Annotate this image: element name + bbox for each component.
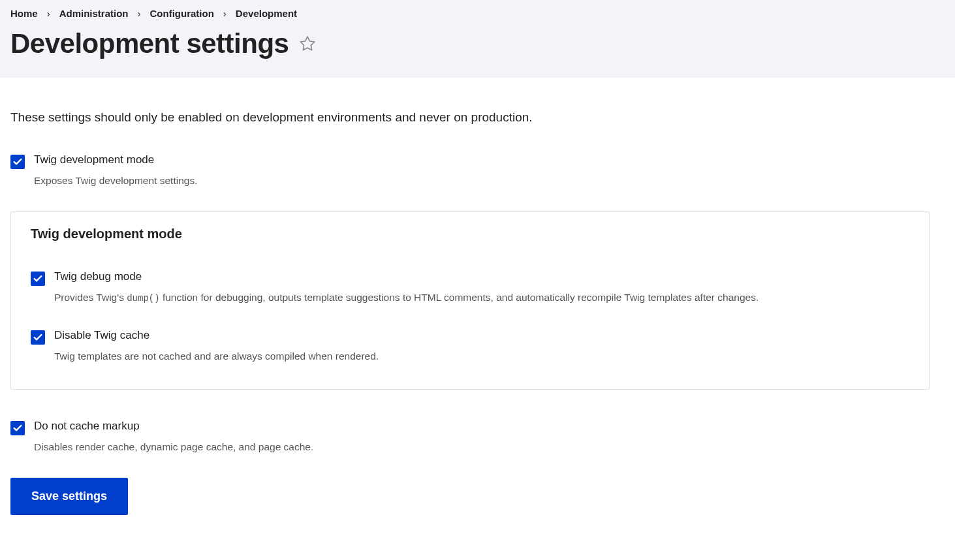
breadcrumb: Home › Administration › Configuration › … [10, 5, 945, 22]
checkbox-twig-dev-mode[interactable] [10, 155, 25, 169]
intro-text: These settings should only be enabled on… [10, 110, 930, 125]
description-twig-dev-mode: Exposes Twig development settings. [34, 173, 930, 188]
breadcrumb-item-development[interactable]: Development [236, 8, 297, 19]
check-icon [12, 423, 23, 433]
form-item-content: Twig development mode Exposes Twig devel… [34, 153, 930, 188]
save-button[interactable]: Save settings [10, 478, 128, 515]
label-do-not-cache-markup[interactable]: Do not cache markup [34, 420, 930, 433]
fieldset-legend: Twig development mode [31, 226, 909, 241]
chevron-right-icon: › [138, 8, 141, 19]
form-item-content: Twig debug mode Provides Twig's dump() f… [54, 270, 909, 305]
check-icon [33, 273, 43, 284]
breadcrumb-item-home[interactable]: Home [10, 8, 38, 19]
check-icon [33, 332, 43, 343]
svg-marker-0 [301, 37, 315, 50]
form-item-do-not-cache-markup: Do not cache markup Disables render cach… [10, 420, 930, 454]
form-item-twig-debug: Twig debug mode Provides Twig's dump() f… [31, 270, 909, 305]
fieldset-twig-dev-mode: Twig development mode Twig debug mode Pr… [10, 211, 930, 389]
check-icon [12, 157, 23, 167]
star-icon[interactable] [299, 35, 316, 52]
label-twig-dev-mode[interactable]: Twig development mode [34, 153, 930, 166]
content: These settings should only be enabled on… [0, 78, 940, 535]
label-disable-twig-cache[interactable]: Disable Twig cache [54, 329, 909, 342]
chevron-right-icon: › [47, 8, 50, 19]
checkbox-twig-debug[interactable] [31, 272, 45, 286]
form-item-twig-dev-mode: Twig development mode Exposes Twig devel… [10, 153, 930, 188]
breadcrumb-item-configuration[interactable]: Configuration [150, 8, 214, 19]
page-title-row: Development settings [10, 28, 945, 59]
breadcrumb-item-administration[interactable]: Administration [59, 8, 129, 19]
checkbox-do-not-cache-markup[interactable] [10, 421, 25, 435]
description-do-not-cache-markup: Disables render cache, dynamic page cach… [34, 439, 930, 454]
label-twig-debug[interactable]: Twig debug mode [54, 270, 909, 283]
description-disable-twig-cache: Twig templates are not cached and are al… [54, 349, 909, 364]
form-item-disable-twig-cache: Disable Twig cache Twig templates are no… [31, 329, 909, 364]
description-twig-debug: Provides Twig's dump() function for debu… [54, 290, 909, 305]
code-dump: dump() [127, 293, 159, 303]
checkbox-disable-twig-cache[interactable] [31, 330, 45, 345]
page-title: Development settings [10, 28, 289, 59]
form-item-content: Disable Twig cache Twig templates are no… [54, 329, 909, 364]
chevron-right-icon: › [223, 8, 227, 19]
header-region: Home › Administration › Configuration › … [0, 0, 955, 78]
form-item-content: Do not cache markup Disables render cach… [34, 420, 930, 454]
